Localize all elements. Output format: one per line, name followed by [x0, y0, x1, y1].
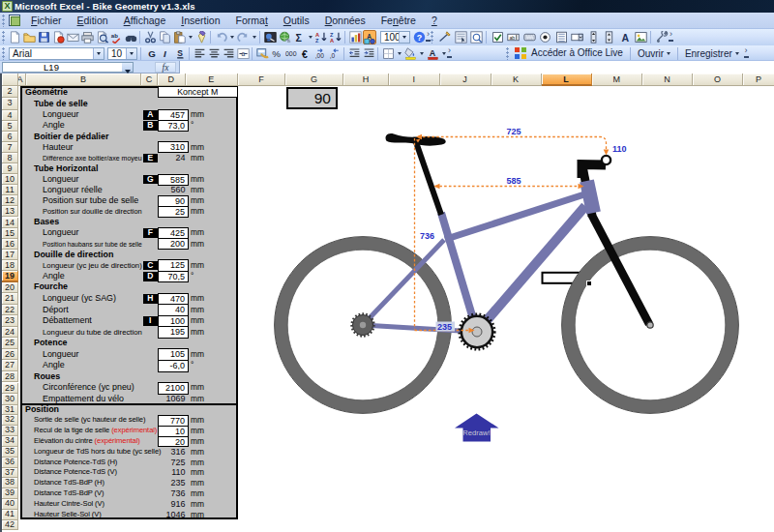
undo-icon[interactable] — [214, 30, 227, 44]
insert-function-button[interactable]: fx — [155, 62, 176, 73]
input-cell[interactable]: -6,0 — [158, 360, 189, 372]
align-center-icon[interactable] — [207, 46, 221, 61]
email-icon[interactable] — [66, 30, 79, 44]
bold-G-icon[interactable]: G — [144, 46, 158, 61]
calc-cell[interactable]: 916 — [158, 499, 189, 510]
row-header-15[interactable]: 15 — [2, 228, 18, 239]
toolbar-grip[interactable] — [2, 31, 5, 44]
toolbar-grip[interactable] — [2, 47, 5, 60]
scrollbar-control-icon[interactable] — [586, 30, 600, 44]
column-header-C[interactable]: C — [141, 74, 158, 86]
row-header-19[interactable]: 19 — [2, 271, 18, 282]
calc-cell[interactable]: 110 — [158, 467, 189, 478]
font-dropdown-icon[interactable] — [93, 48, 104, 59]
row-header-17[interactable]: 17 — [2, 250, 18, 260]
row-header-24[interactable]: 24 — [2, 327, 18, 339]
handlebar-grip[interactable] — [602, 156, 610, 164]
increase-indent-icon[interactable] — [362, 46, 375, 61]
row-header-21[interactable]: 21 — [2, 293, 18, 305]
euro-style-icon[interactable]: € — [299, 46, 313, 61]
toolbar-options-icon[interactable] — [669, 30, 675, 44]
permission-icon[interactable] — [51, 30, 65, 44]
dropdown-arrow-icon[interactable] — [187, 30, 194, 44]
row-header-10[interactable]: 10 — [2, 174, 18, 185]
workbook-icon[interactable] — [9, 15, 20, 26]
spinner-control-icon[interactable] — [603, 30, 616, 44]
row-header-12[interactable]: 12 — [2, 195, 18, 206]
fork[interactable] — [582, 163, 650, 324]
column-header-H[interactable]: H — [343, 74, 389, 86]
column-header-J[interactable]: J — [440, 74, 491, 86]
row-header-18[interactable]: 18 — [2, 260, 18, 271]
research-binoculars-icon[interactable] — [124, 30, 137, 44]
row-header-11[interactable]: 11 — [2, 185, 18, 195]
currency-style-icon[interactable] — [255, 46, 269, 61]
column-header-D[interactable]: D — [158, 74, 186, 86]
sort-descending-icon[interactable]: ZA — [329, 30, 342, 44]
underline-S-icon[interactable]: S — [173, 46, 187, 61]
control-properties-icon[interactable] — [454, 30, 467, 44]
zoom-combo[interactable]: 100% — [380, 31, 410, 44]
toolbar-options-icon[interactable] — [744, 46, 751, 60]
dropdown-arrow-icon[interactable] — [251, 30, 257, 44]
redraw-button[interactable]: Redraw! — [455, 414, 499, 442]
font-color-icon[interactable]: A — [426, 46, 439, 61]
zoom-dropdown-icon[interactable] — [399, 32, 409, 43]
command-button-icon[interactable] — [522, 30, 536, 44]
office-live-button[interactable]: Accéder à Office Live — [526, 46, 628, 60]
row-header-28[interactable]: 28 — [2, 371, 18, 383]
rear-wheel[interactable] — [275, 237, 452, 414]
formula-input[interactable] — [179, 61, 774, 74]
select-all-corner[interactable] — [2, 74, 18, 86]
draw-line-icon[interactable] — [438, 30, 452, 44]
menu-?[interactable]: ? — [424, 13, 445, 28]
input-cell[interactable]: 20 — [158, 436, 189, 448]
menu-affichage[interactable]: Affichage — [116, 13, 174, 28]
redo-icon[interactable] — [236, 30, 250, 44]
paste-icon[interactable] — [172, 30, 186, 44]
format-painter-icon[interactable] — [194, 30, 208, 44]
toolbar-grip[interactable] — [506, 47, 509, 60]
column-header-N[interactable]: N — [642, 74, 693, 86]
thousands-style-icon[interactable]: 000 — [284, 46, 298, 61]
menu-donnes[interactable]: Données — [317, 13, 373, 28]
calc-cell[interactable]: 1046 — [158, 510, 189, 520]
input-cell[interactable]: 25 — [158, 206, 189, 218]
print-preview-icon[interactable] — [95, 30, 108, 44]
row-header-16[interactable]: 16 — [2, 239, 18, 250]
title-bar[interactable]: Microsoft Excel - Bike Geometry v1.3.xls — [0, 0, 774, 13]
research-globe-icon[interactable] — [278, 30, 291, 44]
row-header-41[interactable]: 41 — [2, 510, 18, 520]
label-control-icon[interactable]: A — [618, 30, 632, 44]
open-folder-icon[interactable] — [22, 30, 36, 44]
edit-field-icon[interactable]: ab — [507, 30, 521, 44]
column-header-A[interactable]: A — [18, 74, 26, 86]
column-header-I[interactable]: I — [389, 74, 440, 86]
font-size-combo[interactable]: 10 — [107, 47, 137, 60]
column-header-F[interactable]: F — [238, 74, 285, 86]
input-cell[interactable]: 73,0 — [158, 120, 189, 132]
row-header-36[interactable]: 36 — [2, 458, 18, 468]
input-cell[interactable]: 585 — [158, 174, 189, 186]
bike-frame[interactable] — [363, 194, 585, 332]
checkbox-icon[interactable] — [491, 30, 504, 44]
seatpost[interactable] — [416, 142, 441, 215]
row-header-29[interactable]: 29 — [2, 383, 18, 395]
row-header-8[interactable]: 8 — [2, 153, 18, 163]
insert-hyperlink-icon[interactable] — [263, 30, 277, 44]
calc-cell[interactable]: 725 — [158, 458, 189, 468]
column-header-G[interactable]: G — [285, 74, 343, 86]
row-header-13[interactable]: 13 — [2, 206, 18, 217]
view-code-icon[interactable] — [470, 30, 484, 44]
cut-icon[interactable] — [143, 30, 157, 44]
row-header-6[interactable]: 6 — [2, 132, 18, 142]
calc-cell[interactable]: 560 — [158, 185, 189, 195]
merge-center-icon[interactable]: a — [236, 46, 250, 61]
italic-I-icon[interactable]: I — [159, 46, 172, 61]
worksheet[interactable]: ABCDEFGHIJKLMNOP 23456789101112131415161… — [0, 74, 774, 532]
input-cell[interactable]: 70,5 — [158, 271, 189, 283]
name-box-dropdown-icon[interactable] — [122, 63, 133, 72]
fill-color-icon[interactable] — [403, 46, 417, 61]
column-header-L[interactable]: L — [542, 74, 592, 86]
row-header-9[interactable]: 9 — [2, 163, 18, 174]
